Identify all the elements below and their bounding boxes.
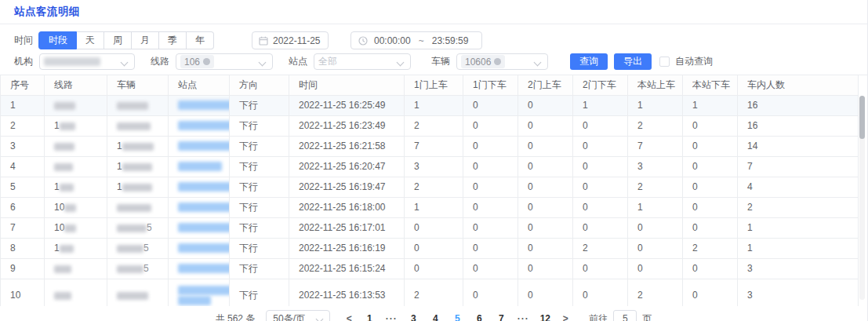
cell-line [45, 279, 107, 306]
redacted-text [122, 143, 154, 151]
passenger-flow-table: 序号 线路 车辆 站点 方向 时间 1门上车 1门下车 2门上车 2门下车 本站… [0, 75, 867, 306]
cell-station-off: 0 [683, 258, 738, 279]
cell-onboard-count: 1 [738, 238, 859, 258]
cell-door1-off: 0 [463, 177, 518, 197]
page-size-select[interactable]: 50条/页 [266, 310, 330, 321]
query-button[interactable]: 查询 [570, 53, 608, 70]
tag-close-icon[interactable] [203, 58, 210, 65]
redacted-station-text [178, 141, 230, 151]
cell-door2-on: 0 [518, 136, 573, 156]
cell-direction: 下行 [230, 258, 289, 279]
cell-station-link[interactable] [169, 238, 230, 258]
cell-vehicle [107, 95, 169, 115]
org-select[interactable] [39, 53, 135, 70]
line-tag-value: 106 [184, 57, 200, 67]
cell-direction: 下行 [230, 217, 289, 238]
page-number-button[interactable]: 6 [470, 313, 488, 321]
time-range-picker[interactable]: 00:00:00 ~ 23:59:59 [350, 31, 482, 49]
period-option-季[interactable]: 季 [159, 31, 187, 49]
col-header-index: 序号 [1, 75, 45, 95]
col-header-time: 时间 [289, 75, 405, 95]
line-visible-prefix: 10 [54, 202, 64, 213]
cell-line [45, 136, 107, 156]
table-scrollbar[interactable] [859, 96, 865, 300]
col-header-door2-off: 2门下车 [573, 75, 628, 95]
page-number-button[interactable]: 7 [492, 313, 510, 321]
redacted-text [122, 163, 152, 171]
period-option-周[interactable]: 周 [104, 31, 132, 49]
page-number-button[interactable]: 3 [404, 313, 423, 321]
period-option-天[interactable]: 天 [77, 31, 104, 49]
cell-station-on: 1 [628, 197, 683, 217]
page-number-button[interactable]: 4 [426, 313, 445, 321]
cell-door1-off: 0 [463, 197, 518, 217]
table-row: 1下行2022-11-25 16:25:4910011116 [1, 95, 859, 115]
cell-station-on: 0 [628, 217, 683, 238]
cell-line [45, 95, 107, 115]
vehicle-visible-suffix: 5 [143, 263, 149, 274]
auto-query-label: 自动查询 [675, 55, 713, 68]
cell-station-off: 0 [683, 115, 738, 136]
cell-station-link[interactable] [169, 197, 230, 217]
cell-station-on: 0 [628, 238, 683, 258]
page-number-button[interactable]: 5 [448, 313, 467, 321]
cell-door2-off: 0 [573, 177, 628, 197]
page-number-button[interactable]: 12 [536, 313, 554, 321]
cell-door1-on: 2 [405, 177, 463, 197]
goto-label: 前往 [589, 312, 608, 321]
cell-time: 2022-11-25 16:18:00 [289, 197, 405, 217]
cell-door1-off: 0 [463, 136, 518, 156]
cell-door1-off: 0 [463, 95, 518, 115]
cell-door2-on: 0 [518, 279, 573, 306]
redacted-text [54, 163, 73, 171]
cell-door1-on: 1 [405, 197, 463, 217]
time-range-separator: ~ [417, 35, 426, 46]
cell-station-link[interactable] [169, 156, 230, 177]
export-button[interactable]: 导出 [614, 53, 652, 70]
prev-page-button[interactable]: < [341, 313, 357, 321]
cell-door1-off: 0 [463, 156, 518, 177]
period-option-年[interactable]: 年 [187, 31, 214, 49]
cell-time: 2022-11-25 16:17:01 [289, 217, 405, 238]
cell-station-link[interactable] [169, 258, 230, 279]
cell-door1-on: 7 [405, 136, 463, 156]
col-header-station-off: 本站下车 [683, 75, 738, 95]
cell-vehicle: 1 [107, 156, 169, 177]
redacted-text [117, 204, 151, 212]
scrollbar-thumb[interactable] [859, 96, 865, 139]
redacted-station-text [178, 162, 222, 171]
cell-door2-on: 0 [518, 177, 573, 197]
cell-station-link[interactable] [169, 177, 230, 197]
station-select[interactable]: 全部 [314, 53, 411, 70]
station-placeholder: 全部 [318, 55, 337, 68]
date-picker[interactable]: 2022-11-25 [252, 31, 329, 49]
cell-time: 2022-11-25 16:19:47 [289, 177, 405, 197]
table-row: 610下行2022-11-25 16:18:001000102 [1, 197, 859, 217]
cell-index: 4 [1, 156, 45, 177]
page-number-button[interactable]: 1 [360, 313, 379, 321]
cell-door1-on: 0 [405, 238, 463, 258]
cell-time: 2022-11-25 16:25:49 [289, 95, 405, 115]
goto-page-input[interactable] [613, 310, 637, 321]
cell-door1-off: 0 [463, 258, 518, 279]
cell-station-link[interactable] [169, 217, 230, 238]
auto-query-option[interactable]: 自动查询 [659, 55, 713, 68]
page-header: 站点客流明细 [0, 0, 867, 24]
vehicle-select[interactable]: 10606 [456, 53, 548, 70]
cell-station-link[interactable]: 5 [169, 136, 230, 156]
cell-station-link[interactable] [169, 279, 230, 306]
tag-close-icon[interactable] [494, 58, 501, 65]
cell-station-link[interactable] [169, 115, 230, 136]
period-option-月[interactable]: 月 [132, 31, 159, 49]
cell-line: 1 [45, 115, 107, 136]
cell-door1-on: 3 [405, 156, 463, 177]
cell-vehicle: 5 [107, 238, 169, 258]
cell-vehicle: 5 [107, 258, 169, 279]
filter-row-selects: 机构 线路 106 站点 全部 车辆 10606 查询 导出 自动查询 [0, 53, 867, 70]
period-option-时段[interactable]: 时段 [39, 31, 77, 49]
next-page-button[interactable]: > [557, 313, 573, 321]
auto-query-checkbox[interactable] [659, 57, 670, 67]
cell-door2-on: 0 [518, 95, 573, 115]
cell-station-link[interactable] [169, 95, 230, 115]
line-select[interactable]: 106 [176, 53, 273, 70]
